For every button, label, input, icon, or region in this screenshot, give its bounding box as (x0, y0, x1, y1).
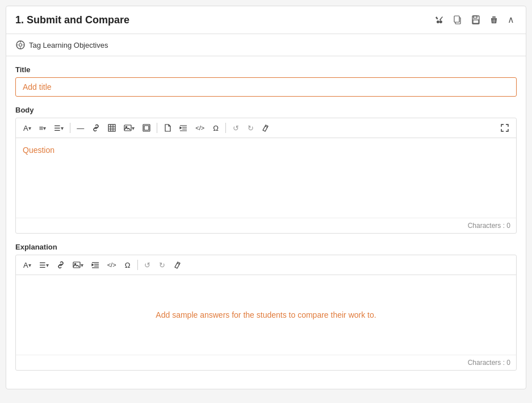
svg-line-24 (265, 126, 267, 127)
list-button[interactable]: ☰ ▾ (51, 122, 66, 134)
file-button[interactable] (161, 122, 174, 134)
body-toolbar: A ▾ ≡ ▾ ☰ ▾ — (16, 118, 516, 138)
body-char-count: Characters : 0 (16, 218, 516, 233)
link-icon (92, 124, 100, 132)
title-label: Title (15, 65, 517, 74)
explanation-char-count: Characters : 0 (16, 355, 516, 370)
body-placeholder: Question (23, 146, 55, 155)
expl-link-icon (57, 261, 65, 269)
delete-icon (489, 15, 499, 24)
svg-rect-4 (473, 20, 479, 23)
page-title: 1. Submit and Compare (15, 14, 129, 26)
expl-eraser-icon (174, 261, 182, 269)
font-button[interactable]: A ▾ (20, 122, 34, 134)
page-container: 1. Submit and Compare (6, 6, 526, 389)
explanation-placeholder: Add sample answers for the students to c… (144, 288, 387, 342)
code-button[interactable]: </> (192, 122, 207, 134)
svg-rect-1 (454, 16, 459, 22)
indent-icon (179, 124, 187, 132)
title-input[interactable] (15, 77, 517, 97)
media-icon (143, 124, 150, 132)
expl-indent-button[interactable] (89, 259, 102, 271)
expl-eraser-button[interactable] (171, 259, 185, 271)
expl-redo-button[interactable]: ↻ (156, 259, 169, 271)
svg-line-31 (177, 263, 179, 264)
toolbar-sep-2 (157, 123, 157, 133)
header: 1. Submit and Compare (6, 6, 526, 34)
expl-omega-button[interactable]: Ω (122, 259, 134, 271)
body-editor: A ▾ ≡ ▾ ☰ ▾ — (15, 118, 517, 234)
toolbar-sep-3 (225, 123, 226, 133)
table-button[interactable] (105, 122, 119, 134)
expl-font-button[interactable]: A ▾ (20, 259, 34, 271)
media-button[interactable] (140, 122, 153, 134)
expl-undo-button[interactable]: ↺ (141, 259, 154, 271)
collapse-button[interactable]: ∧ (505, 13, 517, 27)
body-editor-content[interactable]: Question (16, 138, 516, 218)
link-button[interactable] (89, 122, 103, 134)
image-button[interactable]: ▾ (121, 122, 137, 134)
explanation-toolbar: A ▾ ☰ ▾ (16, 255, 516, 275)
cut-icon (435, 15, 444, 24)
expand-icon (501, 124, 509, 132)
svg-rect-19 (144, 126, 149, 130)
image-icon (124, 124, 132, 132)
copy-icon (453, 15, 462, 24)
omega-button[interactable]: Ω (210, 122, 222, 134)
svg-rect-3 (474, 16, 477, 18)
tag-objectives-row[interactable]: Tag Learning Objectives (6, 34, 526, 56)
header-actions: ∧ (433, 13, 517, 27)
delete-button[interactable] (487, 13, 501, 27)
tag-icon (15, 40, 26, 50)
copy-button[interactable] (451, 13, 464, 27)
svg-rect-11 (108, 124, 115, 131)
content-area: Title Body A ▾ ≡ ▾ ☰ ▾ — (6, 56, 526, 389)
hr-button[interactable]: — (74, 122, 87, 134)
table-icon (108, 124, 116, 132)
tag-objectives-label: Tag Learning Objectives (29, 41, 108, 49)
svg-point-6 (19, 44, 22, 47)
eraser-button[interactable] (259, 122, 273, 134)
explanation-editor-content[interactable]: Add sample answers for the students to c… (16, 275, 516, 355)
toolbar-sep-1 (70, 123, 70, 133)
body-label: Body (15, 106, 517, 114)
expl-toolbar-sep (137, 260, 138, 270)
file-icon (164, 124, 171, 132)
explanation-editor: A ▾ ☰ ▾ (15, 255, 517, 371)
save-icon (471, 15, 480, 24)
expl-image-button[interactable]: ▾ (70, 259, 86, 271)
eraser-icon (262, 124, 270, 132)
expl-image-icon (73, 261, 81, 269)
align-button[interactable]: ≡ ▾ (36, 122, 49, 134)
indent-button[interactable] (177, 122, 190, 134)
redo-button[interactable]: ↻ (244, 122, 257, 134)
expand-button[interactable] (498, 122, 512, 134)
save-button[interactable] (469, 13, 483, 27)
expl-link-button[interactable] (54, 259, 68, 271)
expl-list-button[interactable]: ☰ ▾ (36, 259, 52, 271)
cut-button[interactable] (433, 13, 446, 27)
undo-button[interactable]: ↺ (229, 122, 242, 134)
explanation-label: Explanation (15, 243, 517, 251)
objectives-tag-icon (15, 40, 26, 50)
expl-indent-icon (91, 261, 99, 269)
expl-code-button[interactable]: </> (104, 259, 119, 271)
